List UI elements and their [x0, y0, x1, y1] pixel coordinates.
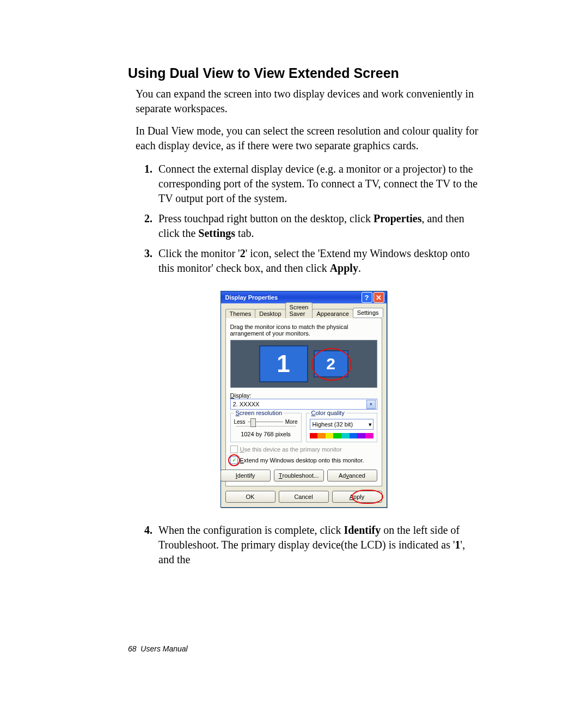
- color-quality-group: Color quality Highest (32 bit) ▾: [306, 413, 377, 442]
- primary-monitor-row: Use this device as the primary monitor: [230, 446, 377, 453]
- extend-desktop-row[interactable]: ✓ Extend my Windows desktop onto this mo…: [230, 456, 377, 464]
- primary-monitor-checkbox: [230, 446, 238, 453]
- ok-button[interactable]: OK: [225, 491, 275, 503]
- dialog-titlebar[interactable]: Display Properties ? ✕: [221, 291, 387, 303]
- section-heading: Using Dual View to View Extended Screen: [128, 65, 479, 81]
- primary-monitor-label: Use this device as the primary monitor: [240, 446, 342, 453]
- page-number: 68: [128, 644, 137, 653]
- dialog-title: Display Properties: [225, 294, 278, 301]
- cancel-button[interactable]: Cancel: [279, 491, 329, 503]
- color-quality-value: Highest (32 bit): [313, 421, 353, 428]
- step-2-text: Press touchpad right button on the deskt…: [158, 212, 373, 224]
- settings-panel: Drag the monitor icons to match the phys…: [225, 318, 382, 486]
- monitor-2-icon[interactable]: 2: [314, 350, 348, 377]
- close-button[interactable]: ✕: [373, 292, 384, 303]
- display-properties-dialog: Display Properties ? ✕ Themes Desktop Sc…: [220, 291, 387, 508]
- tab-appearance[interactable]: Appearance: [312, 309, 353, 318]
- display-label: Display:: [230, 392, 377, 399]
- resolution-value: 1024 by 768 pixels: [234, 431, 298, 437]
- step-4-identify: Identify: [344, 524, 381, 536]
- slider-more-label: More: [285, 419, 298, 425]
- identify-button[interactable]: Identify: [220, 470, 271, 482]
- tab-desktop[interactable]: Desktop: [255, 309, 285, 318]
- color-spectrum-bar: [310, 433, 373, 438]
- step-2-properties: Properties: [373, 212, 422, 224]
- slider-thumb[interactable]: [250, 418, 256, 427]
- resolution-slider[interactable]: [248, 419, 283, 425]
- embedded-screenshot: Display Properties ? ✕ Themes Desktop Sc…: [128, 291, 479, 508]
- display-select[interactable]: 2. XXXXX ▾: [230, 399, 377, 410]
- step-3: Click the monitor '2' icon, select the '…: [155, 246, 479, 276]
- steps-list-cont: When the configuration is complete, clic…: [128, 523, 479, 567]
- step-3-text: Click the monitor ': [158, 247, 240, 259]
- color-quality-label: Color quality: [310, 410, 346, 416]
- page-footer: 68 Users Manual: [128, 644, 188, 653]
- step-2: Press touchpad right button on the deskt…: [155, 211, 479, 241]
- monitor-1-icon[interactable]: 1: [259, 345, 308, 382]
- step-2-settings: Settings: [198, 227, 235, 239]
- screen-resolution-label: Screen resolution: [234, 410, 284, 416]
- drag-hint: Drag the monitor icons to match the phys…: [230, 324, 377, 337]
- step-3-apply: Apply: [330, 262, 358, 274]
- extend-desktop-label: Extend my Windows desktop onto this moni…: [240, 457, 364, 464]
- callout-circle-icon: [311, 348, 352, 381]
- color-quality-select[interactable]: Highest (32 bit) ▾: [310, 419, 373, 430]
- tabs: Themes Desktop Screen Saver Appearance S…: [225, 307, 382, 318]
- screen-resolution-group: Screen resolution Less More 1024 by 768 …: [230, 413, 302, 442]
- slider-less-label: Less: [234, 419, 246, 425]
- step-4-one: 1: [455, 539, 461, 551]
- step-4: When the configuration is complete, clic…: [155, 523, 479, 567]
- step-1: Connect the external display device (e.g…: [155, 162, 479, 206]
- help-button[interactable]: ?: [362, 292, 372, 303]
- step-3-text3: .: [358, 262, 361, 274]
- intro-paragraph-1: You can expand the screen into two displ…: [128, 87, 479, 116]
- intro-paragraph-2: In Dual View mode, you can select the sc…: [128, 124, 479, 153]
- chevron-down-icon[interactable]: ▾: [366, 400, 376, 409]
- monitor-arrangement[interactable]: 1 2: [230, 340, 377, 388]
- tab-themes[interactable]: Themes: [225, 309, 256, 318]
- step-4-text: When the configuration is complete, clic…: [158, 524, 344, 536]
- advanced-button[interactable]: Advanced: [327, 470, 377, 482]
- callout-circle-icon: [228, 454, 240, 466]
- display-select-value: 2. XXXXX: [233, 401, 260, 407]
- tab-screen-saver[interactable]: Screen Saver: [285, 302, 313, 318]
- step-2-text3: tab.: [235, 227, 254, 239]
- step-3-monitor-2: 2: [240, 247, 246, 259]
- chevron-down-icon[interactable]: ▾: [369, 421, 372, 428]
- tab-settings[interactable]: Settings: [353, 308, 383, 318]
- troubleshoot-button[interactable]: Troubleshoot...: [274, 470, 324, 482]
- callout-circle-icon: [352, 490, 383, 504]
- steps-list: Connect the external display device (e.g…: [128, 162, 479, 276]
- footer-label: Users Manual: [140, 644, 187, 653]
